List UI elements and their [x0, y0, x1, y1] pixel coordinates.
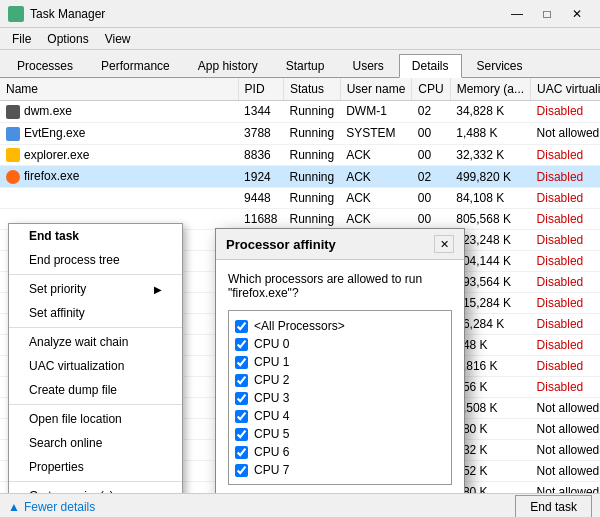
menu-view[interactable]: View — [97, 30, 139, 48]
cpu-checkbox-5[interactable] — [235, 410, 248, 423]
tab-app-history[interactable]: App history — [185, 54, 271, 77]
col-uac[interactable]: UAC virtualiza... — [531, 78, 600, 101]
end-task-button[interactable]: End task — [515, 495, 592, 518]
cell-cpu: 00 — [412, 188, 450, 209]
tab-performance[interactable]: Performance — [88, 54, 183, 77]
cpu-checkbox-2[interactable] — [235, 356, 248, 369]
tab-users[interactable]: Users — [339, 54, 396, 77]
dwm-icon — [6, 105, 20, 119]
cell-pid: 1924 — [238, 166, 283, 188]
cell-uac: Not allowed — [531, 419, 600, 440]
cell-cpu: 00 — [412, 209, 450, 230]
cpu-checkbox-8[interactable] — [235, 464, 248, 477]
cpu-item-0[interactable]: <All Processors> — [235, 317, 445, 335]
menu-file[interactable]: File — [4, 30, 39, 48]
cpu-checkbox-1[interactable] — [235, 338, 248, 351]
cell-cpu: 00 — [412, 122, 450, 144]
minimize-button[interactable]: — — [502, 4, 532, 24]
col-cpu[interactable]: CPU — [412, 78, 450, 101]
cell-uac: Disabled — [531, 314, 600, 335]
menu-options[interactable]: Options — [39, 30, 96, 48]
menu-item-end-process-tree[interactable]: End process tree — [9, 248, 182, 272]
generic-icon — [6, 127, 20, 141]
col-pid[interactable]: PID — [238, 78, 283, 101]
cell-status: Running — [283, 101, 340, 123]
cpu-label-2: CPU 1 — [254, 355, 289, 369]
col-name[interactable]: Name — [0, 78, 238, 101]
cell-user: ACK — [340, 144, 412, 166]
cpu-item-3[interactable]: CPU 2 — [235, 371, 445, 389]
fewer-details-label: Fewer details — [24, 500, 95, 514]
menu-separator — [9, 404, 182, 405]
cell-status: Running — [283, 209, 340, 230]
maximize-button[interactable]: □ — [532, 4, 562, 24]
menu-item-properties[interactable]: Properties — [9, 455, 182, 479]
cell-uac: Not allowed — [531, 122, 600, 144]
menu-item-create-dump-file[interactable]: Create dump file — [9, 378, 182, 402]
cpu-item-6[interactable]: CPU 5 — [235, 425, 445, 443]
col-memory[interactable]: Memory (a... — [450, 78, 530, 101]
cell-memory: 34,828 K — [450, 101, 530, 123]
cpu-checkbox-3[interactable] — [235, 374, 248, 387]
cpu-item-2[interactable]: CPU 1 — [235, 353, 445, 371]
cell-name: firefox.exe — [0, 166, 238, 188]
menu-item-end-task[interactable]: End task — [9, 224, 182, 248]
dialog-content: Which processors are allowed to run "fir… — [216, 260, 464, 493]
cell-cpu: 02 — [412, 166, 450, 188]
cpu-item-4[interactable]: CPU 3 — [235, 389, 445, 407]
dialog-close-button[interactable]: ✕ — [434, 235, 454, 253]
context-menu: End taskEnd process treeSet priority▶Set… — [8, 223, 183, 493]
cell-memory: 32,332 K — [450, 144, 530, 166]
menu-item-analyze-wait-chain[interactable]: Analyze wait chain — [9, 330, 182, 354]
chevron-right-icon: ▶ — [154, 284, 162, 295]
cpu-label-4: CPU 3 — [254, 391, 289, 405]
dialog-question: Which processors are allowed to run "fir… — [228, 272, 452, 300]
cell-pid: 11688 — [238, 209, 283, 230]
cpu-checkbox-7[interactable] — [235, 446, 248, 459]
menu-item-uac-virtualization[interactable]: UAC virtualization — [9, 354, 182, 378]
cpu-item-1[interactable]: CPU 0 — [235, 335, 445, 353]
tab-details[interactable]: Details — [399, 54, 462, 78]
window-controls: — □ ✕ — [502, 4, 592, 24]
table-row[interactable]: firefox.exe1924RunningACK02499,820 KDisa… — [0, 166, 600, 188]
cell-uac: Not allowed — [531, 398, 600, 419]
menu-item-set-priority[interactable]: Set priority▶ — [9, 277, 182, 301]
table-row[interactable]: explorer.exe8836RunningACK0032,332 KDisa… — [0, 144, 600, 166]
cell-name: EvtEng.exe — [0, 122, 238, 144]
cell-name: dwm.exe — [0, 101, 238, 123]
col-status[interactable]: Status — [283, 78, 340, 101]
cell-status: Running — [283, 166, 340, 188]
col-username[interactable]: User name — [340, 78, 412, 101]
table-row[interactable]: dwm.exe1344RunningDWM-10234,828 KDisable… — [0, 101, 600, 123]
cpu-list: <All Processors>CPU 0CPU 1CPU 2CPU 3CPU … — [228, 310, 452, 485]
tab-startup[interactable]: Startup — [273, 54, 338, 77]
cpu-item-7[interactable]: CPU 6 — [235, 443, 445, 461]
cpu-checkbox-0[interactable] — [235, 320, 248, 333]
cpu-checkbox-4[interactable] — [235, 392, 248, 405]
menubar: File Options View — [0, 28, 600, 50]
cell-uac: Disabled — [531, 272, 600, 293]
close-button[interactable]: ✕ — [562, 4, 592, 24]
cell-cpu: 02 — [412, 101, 450, 123]
tab-processes[interactable]: Processes — [4, 54, 86, 77]
menu-item-search-online[interactable]: Search online — [9, 431, 182, 455]
cpu-checkbox-6[interactable] — [235, 428, 248, 441]
explorer-icon — [6, 148, 20, 162]
menu-item-open-file-location[interactable]: Open file location — [9, 407, 182, 431]
tab-bar: Processes Performance App history Startu… — [0, 50, 600, 78]
cell-uac: Not allowed — [531, 440, 600, 461]
menu-separator — [9, 274, 182, 275]
cpu-item-5[interactable]: CPU 4 — [235, 407, 445, 425]
table-row[interactable]: 9448RunningACK0084,108 KDisabled — [0, 188, 600, 209]
menu-item-go-to-services[interactable]: Go to service(s) — [9, 484, 182, 493]
cell-status: Running — [283, 122, 340, 144]
cell-uac: Disabled — [531, 230, 600, 251]
table-row[interactable]: EvtEng.exe3788RunningSYSTEM001,488 KNot … — [0, 122, 600, 144]
cpu-item-8[interactable]: CPU 7 — [235, 461, 445, 479]
cell-uac: Disabled — [531, 144, 600, 166]
dialog-titlebar: Processor affinity ✕ — [216, 229, 464, 260]
cell-user: ACK — [340, 209, 412, 230]
menu-item-set-affinity[interactable]: Set affinity — [9, 301, 182, 325]
fewer-details-button[interactable]: ▲ Fewer details — [8, 500, 95, 514]
tab-services[interactable]: Services — [464, 54, 536, 77]
